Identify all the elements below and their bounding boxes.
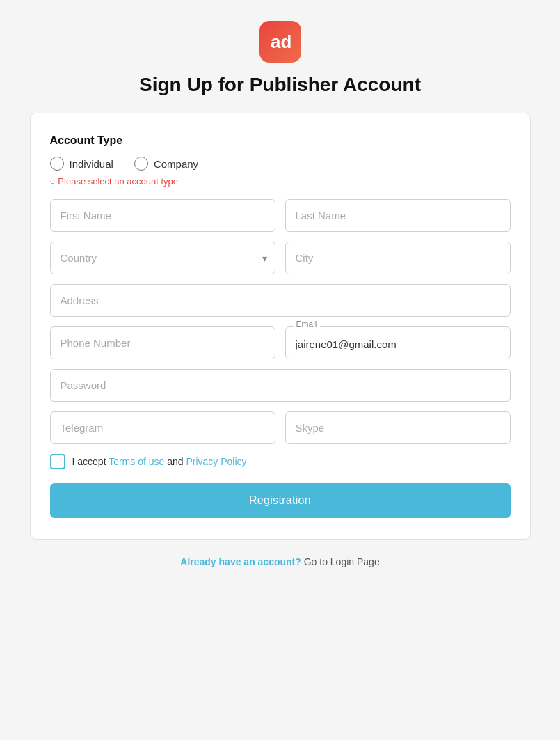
terms-text-before: I accept <box>72 456 109 467</box>
svg-text:ad: ad <box>271 31 291 52</box>
terms-of-use-link[interactable]: Terms of use <box>109 456 164 467</box>
first-name-group <box>50 199 275 232</box>
country-group: Country ▾ <box>50 242 275 274</box>
individual-radio[interactable] <box>50 157 64 171</box>
address-row <box>50 284 511 317</box>
country-select-wrapper: Country ▾ <box>50 242 275 274</box>
first-name-input[interactable] <box>50 199 275 232</box>
already-account-link[interactable]: Already have an account? <box>180 556 301 567</box>
company-option[interactable]: Company <box>134 157 198 171</box>
email-group: Email <box>285 326 511 359</box>
contact-row: Email <box>50 326 511 359</box>
phone-group <box>50 326 275 359</box>
last-name-input[interactable] <box>285 199 511 232</box>
address-group <box>50 284 511 317</box>
error-dot: ○ <box>50 176 56 187</box>
password-input[interactable] <box>50 369 511 402</box>
login-page-text: Go to Login Page <box>304 556 380 567</box>
register-button[interactable]: Registration <box>50 483 511 518</box>
skype-input[interactable] <box>285 411 511 444</box>
city-input[interactable] <box>285 242 511 274</box>
terms-text-middle: and <box>164 456 186 467</box>
terms-checkbox[interactable] <box>50 454 65 469</box>
password-group <box>50 369 511 402</box>
terms-row: I accept Terms of use and Privacy Policy <box>50 454 511 469</box>
page-title: Sign Up for Publisher Account <box>139 74 421 96</box>
individual-label: Individual <box>70 158 113 170</box>
account-type-section: Account Type Individual Company ○ Please… <box>50 134 511 187</box>
last-name-group <box>285 199 511 232</box>
signup-form-card: Account Type Individual Company ○ Please… <box>30 113 531 540</box>
telegram-group <box>50 411 275 444</box>
company-label: Company <box>154 158 198 170</box>
account-type-row: Individual Company <box>50 157 511 171</box>
location-row: Country ▾ <box>50 242 511 274</box>
telegram-input[interactable] <box>50 411 275 444</box>
city-group <box>285 242 511 274</box>
address-input[interactable] <box>50 284 511 317</box>
account-type-error: ○ Please select an account type <box>50 176 511 187</box>
social-row <box>50 411 511 444</box>
terms-text: I accept Terms of use and Privacy Policy <box>72 456 247 467</box>
name-row <box>50 199 511 232</box>
footer: Already have an account? Go to Login Pag… <box>180 556 379 567</box>
individual-option[interactable]: Individual <box>50 157 113 171</box>
company-radio[interactable] <box>134 157 148 171</box>
phone-input[interactable] <box>50 326 275 359</box>
email-floating-label: Email <box>294 320 320 329</box>
country-select[interactable]: Country <box>50 242 275 274</box>
privacy-policy-link[interactable]: Privacy Policy <box>186 456 246 467</box>
skype-group <box>285 411 511 444</box>
account-type-label: Account Type <box>50 134 511 147</box>
app-logo: ad <box>259 21 301 63</box>
logo-container: ad <box>259 21 301 63</box>
error-text: Please select an account type <box>58 176 178 187</box>
password-row <box>50 369 511 402</box>
email-input[interactable] <box>285 326 511 359</box>
